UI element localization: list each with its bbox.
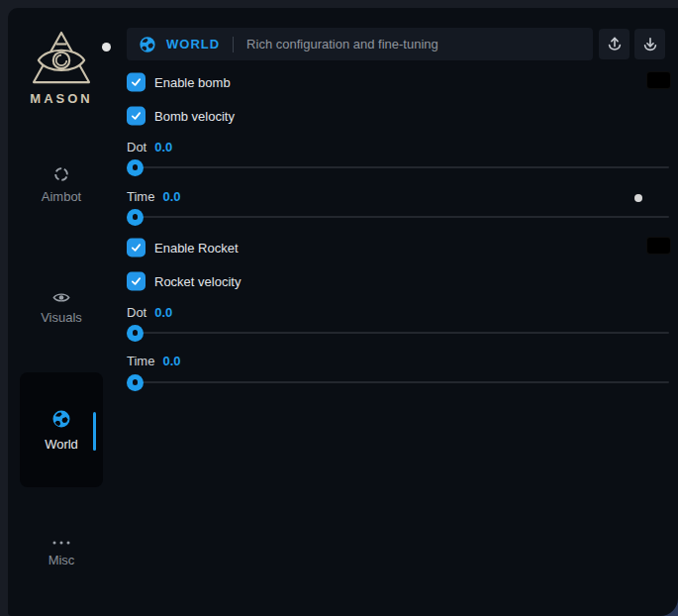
ellipsis-icon [51,539,71,547]
enable-bomb-row: Enable bomb [127,73,231,92]
export-config-button[interactable] [599,29,630,59]
all-seeing-eye-icon [31,30,92,85]
download-icon [641,36,659,53]
checkbox-label: Enable bomb [154,75,231,90]
import-config-button[interactable] [634,29,665,59]
checkbox-label: Bomb velocity [154,109,235,124]
enable-bomb-checkbox[interactable] [127,73,145,92]
page-header: WORLD Rich configuration and fine-tuning [127,28,593,60]
checkbox-label: Enable Rocket [154,241,239,256]
bomb-dot-slider-label: Dot 0.0 [127,140,172,154]
slider-name: Time [127,354,154,368]
rocket-time-slider-thumb[interactable] [127,374,144,391]
sidebar-item-label: Visuals [41,310,82,325]
bomb-time-slider-label: Time 0.0 [127,189,180,204]
sidebar-item-misc[interactable]: Misc [16,525,107,580]
sidebar-item-label: World [45,437,78,452]
slider-name: Time [127,189,154,204]
slider-name: Dot [127,140,146,154]
sidebar-item-label: Aimbot [42,189,81,204]
rocket-dot-slider-label: Dot 0.0 [127,305,172,320]
eye-icon [52,291,70,304]
crosshair-icon [52,165,70,183]
slider-value: 0.0 [154,305,172,320]
brand-name: MASON [30,91,92,106]
slider-value: 0.0 [162,189,180,204]
rocket-dot-slider-thumb[interactable] [127,325,144,342]
brand-logo-block: MASON [16,30,107,106]
enable-rocket-row: Enable Rocket [127,239,239,257]
checkbox-label: Rocket velocity [154,274,241,289]
header-divider [233,37,234,52]
bomb-time-slider-thumb[interactable] [127,209,144,226]
bomb-dot-slider-thumb[interactable] [127,159,144,176]
rocket-color-swatch[interactable] [646,237,671,255]
rocket-dot-slider-track[interactable] [127,332,669,334]
active-tab-indicator [93,412,96,451]
sidebar-item-world[interactable]: World [20,372,103,487]
cursor-dot [634,194,642,202]
slider-value: 0.0 [154,140,172,154]
bomb-time-slider-track[interactable] [127,216,669,218]
slider-value: 0.0 [162,354,180,368]
rocket-velocity-checkbox[interactable] [127,272,145,291]
upload-icon [606,36,624,53]
sidebar-item-label: Misc [48,553,75,567]
page-title: WORLD [166,37,220,51]
sidebar-item-aimbot[interactable]: Aimbot [16,156,107,212]
globe-icon [51,409,71,429]
bomb-velocity-row: Bomb velocity [127,107,235,126]
page-subtitle: Rich configuration and fine-tuning [246,37,438,51]
slider-name: Dot [127,305,146,320]
globe-icon [139,36,156,53]
bomb-velocity-checkbox[interactable] [127,107,145,126]
app-window: MASON Aimbot Visuals World [8,8,678,616]
bomb-color-swatch[interactable] [646,71,671,89]
enable-rocket-checkbox[interactable] [127,239,145,257]
rocket-time-slider-track[interactable] [127,381,669,383]
sidebar-item-visuals[interactable]: Visuals [16,280,107,336]
rocket-velocity-row: Rocket velocity [127,272,241,291]
cursor-dot [102,43,111,51]
bomb-dot-slider-track[interactable] [127,166,669,168]
rocket-time-slider-label: Time 0.0 [127,354,180,368]
